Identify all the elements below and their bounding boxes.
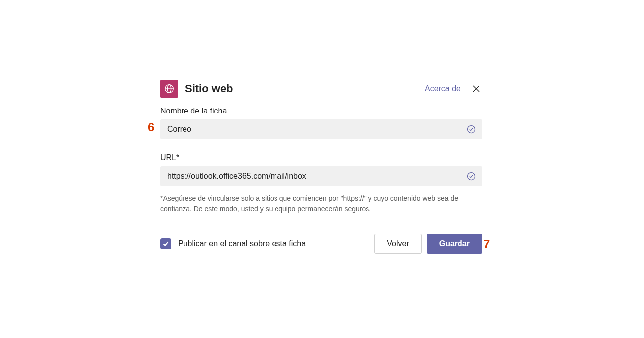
globe-icon: [160, 80, 178, 98]
back-button[interactable]: Volver: [374, 234, 421, 254]
tab-name-label: Nombre de la ficha: [160, 107, 482, 115]
check-icon: [162, 240, 169, 247]
close-button[interactable]: [470, 83, 482, 95]
checkmark-circle-icon: [466, 124, 476, 134]
about-link[interactable]: Acerca de: [425, 84, 460, 93]
checkmark-circle-icon: [466, 171, 476, 181]
dialog-title: Sitio web: [185, 82, 233, 95]
dialog-header: Sitio web Acerca de: [160, 80, 482, 98]
close-icon: [472, 85, 480, 93]
dialog-header-right: Acerca de: [425, 83, 482, 95]
button-group: Volver Guardar: [374, 234, 482, 254]
svg-point-5: [468, 126, 475, 133]
url-label: URL*: [160, 153, 482, 162]
website-tab-dialog: Sitio web Acerca de Nombre de la ficha: [160, 80, 482, 254]
dialog-header-left: Sitio web: [160, 80, 233, 98]
url-field-group: URL* *Asegúrese de vincularse solo a sit…: [160, 153, 482, 214]
tab-name-field-group: Nombre de la ficha: [160, 107, 482, 139]
annotation-6: 6: [148, 120, 154, 134]
svg-point-6: [468, 173, 475, 180]
url-input-wrapper: [160, 166, 482, 186]
annotation-7: 7: [483, 237, 490, 251]
url-input[interactable]: [160, 166, 466, 186]
publish-checkbox[interactable]: [160, 238, 171, 249]
tab-name-input[interactable]: [160, 119, 466, 139]
publish-checkbox-label: Publicar en el canal sobre esta ficha: [178, 239, 306, 248]
publish-checkbox-group: Publicar en el canal sobre esta ficha: [160, 238, 306, 249]
url-hint-text: *Asegúrese de vincularse solo a sitios q…: [160, 193, 482, 214]
save-button[interactable]: Guardar: [427, 234, 482, 254]
tab-name-input-wrapper: [160, 119, 482, 139]
dialog-footer: Publicar en el canal sobre esta ficha Vo…: [160, 234, 482, 254]
